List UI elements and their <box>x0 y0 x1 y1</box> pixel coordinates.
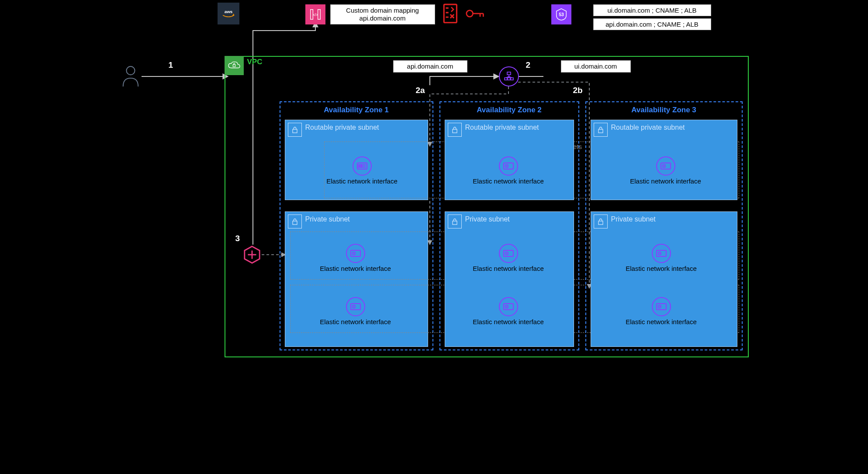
az1-web-eni: Elastic network interface <box>308 297 404 325</box>
api-gateway-icon: </> <box>305 4 325 24</box>
svg-rect-29 <box>293 221 297 225</box>
dns-record-2: api.domain.com ; CNAME ; ALB <box>593 18 711 30</box>
aws-logo-icon: aws <box>218 3 239 24</box>
svg-point-31 <box>353 252 355 255</box>
subnet-title: Private subnet <box>285 212 428 223</box>
az3-alb-eni: Elastic network interface <box>618 156 714 185</box>
svg-point-41 <box>505 305 508 308</box>
dns-record-1: ui.domain.com ; CNAME ; ALB <box>593 4 711 16</box>
user-icon <box>121 65 141 90</box>
svg-rect-42 <box>598 129 603 133</box>
lock-icon <box>448 123 462 137</box>
az1-alb-eni: Elastic network interface <box>325 156 399 185</box>
route53-icon: 53 <box>551 4 571 24</box>
svg-point-9 <box>466 10 473 17</box>
target-icon <box>499 156 518 176</box>
eni-label: Elastic network interface <box>308 318 404 325</box>
lock-icon <box>594 215 608 228</box>
eni-label: Elastic network interface <box>308 265 404 272</box>
svg-rect-6 <box>318 10 320 20</box>
vpc-label: VPC <box>247 58 263 66</box>
svg-point-33 <box>353 305 355 308</box>
svg-rect-23 <box>293 129 297 133</box>
eni-label: Elastic network interface <box>460 318 557 325</box>
az2-title: Availability Zone 2 <box>439 106 579 114</box>
svg-rect-15 <box>233 65 235 67</box>
svg-rect-34 <box>453 129 457 133</box>
api-domain-box: api.domain.com <box>393 60 467 73</box>
target-icon <box>656 156 675 176</box>
svg-point-47 <box>658 252 661 255</box>
az3-apigw-eni: Elastic network interface <box>613 244 709 272</box>
svg-rect-17 <box>505 78 507 80</box>
step-1-label: 1 <box>169 60 173 70</box>
custom-domain-mapping-box: Custom domain mapping api.domain.com <box>330 4 435 24</box>
az1-title: Availability Zone 1 <box>280 106 433 114</box>
az1-apigw-eni: Elastic network interface <box>308 244 404 272</box>
lock-icon <box>288 123 302 137</box>
svg-text:</>: </> <box>312 13 318 17</box>
svg-text:aws: aws <box>224 9 232 14</box>
subnet-title: Routable private subnet <box>591 120 737 131</box>
step-2b-label: 2b <box>573 86 583 95</box>
svg-point-49 <box>658 305 661 308</box>
key-icon <box>466 9 485 20</box>
svg-point-44 <box>663 165 665 167</box>
subnet-title: Routable private subnet <box>445 120 574 131</box>
step-2-label: 2 <box>526 60 531 70</box>
svg-point-14 <box>126 66 135 75</box>
waf-icon <box>443 3 465 25</box>
az3-private-subnet: Private subnet <box>591 211 737 347</box>
target-icon <box>499 244 518 263</box>
svg-text:53: 53 <box>559 12 564 17</box>
svg-rect-16 <box>507 72 511 75</box>
subnet-title: Routable private subnet <box>285 120 428 131</box>
lock-icon <box>448 215 462 228</box>
alb-icon <box>499 66 519 86</box>
az3-web-eni: Elastic network interface <box>613 297 709 325</box>
az2-web-eni: Elastic network interface <box>460 297 557 325</box>
eni-label: Elastic network interface <box>325 177 399 185</box>
custom-domain-line2: api.domain.com <box>334 14 431 22</box>
target-icon <box>353 156 372 176</box>
custom-domain-line1: Custom domain mapping <box>334 7 431 14</box>
target-icon <box>652 244 671 263</box>
eni-label: Elastic network interface <box>465 177 552 185</box>
svg-rect-8 <box>444 4 456 23</box>
target-icon <box>346 244 365 263</box>
az2-alb-eni: Elastic network interface <box>465 156 552 185</box>
svg-rect-18 <box>508 78 510 80</box>
eni-label: Elastic network interface <box>618 177 714 185</box>
vpc-cloud-icon <box>225 56 244 75</box>
eni-label: Elastic network interface <box>613 318 709 325</box>
step-3-label: 3 <box>235 234 240 243</box>
lock-icon <box>288 215 302 228</box>
lock-icon <box>594 123 608 137</box>
svg-point-39 <box>505 252 508 255</box>
az3-title: Availability Zone 3 <box>585 106 743 114</box>
target-icon <box>346 297 365 316</box>
subnet-title: Private subnet <box>445 212 574 223</box>
svg-rect-37 <box>453 221 457 225</box>
az2-apigw-eni: Elastic network interface <box>460 244 557 272</box>
target-icon <box>499 297 518 316</box>
ui-domain-box: ui.domain.com <box>561 60 631 73</box>
svg-rect-45 <box>598 221 603 225</box>
svg-rect-19 <box>511 78 513 80</box>
step-2a-label: 2a <box>416 86 425 95</box>
eni-label: Elastic network interface <box>460 265 557 272</box>
target-icon <box>652 297 671 316</box>
svg-point-36 <box>505 165 508 167</box>
eni-label: Elastic network interface <box>613 265 709 272</box>
az2-private-subnet: Private subnet <box>445 211 574 347</box>
subnet-title: Private subnet <box>591 212 737 223</box>
privatelink-icon <box>243 246 261 265</box>
